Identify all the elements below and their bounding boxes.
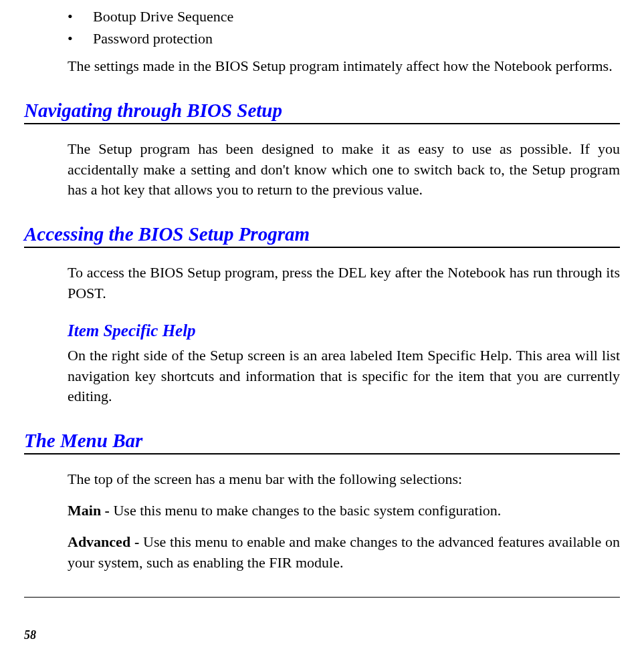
bullet-list: Bootup Drive Sequence Password protectio… (68, 5, 620, 49)
para-item-specific-help: On the right side of the Setup screen is… (68, 346, 620, 407)
intro-paragraph: The settings made in the BIOS Setup prog… (68, 56, 620, 77)
menu-item-advanced: Advanced - Use this menu to enable and m… (68, 532, 620, 573)
bullet-item-password: Password protection (68, 27, 620, 49)
menu-item-main-label: Main - (68, 502, 113, 519)
heading-accessing: Accessing the BIOS Setup Program (24, 223, 620, 245)
rule-accessing (24, 247, 620, 248)
heading-menu-bar: The Menu Bar (24, 430, 620, 452)
menu-item-advanced-label: Advanced - (68, 533, 143, 550)
menu-item-main: Main - Use this menu to make changes to … (68, 501, 620, 521)
para-menu-bar-intro: The top of the screen has a menu bar wit… (68, 469, 620, 490)
para-navigating: The Setup program has been designed to m… (68, 139, 620, 201)
subheading-item-specific-help: Item Specific Help (68, 321, 620, 340)
menu-item-main-text: Use this menu to make changes to the bas… (113, 502, 501, 519)
rule-menu-bar (24, 453, 620, 455)
heading-navigating: Navigating through BIOS Setup (24, 100, 620, 122)
para-accessing: To access the BIOS Setup program, press … (68, 263, 620, 304)
footer-rule (24, 597, 620, 598)
menu-item-advanced-text: Use this menu to enable and make changes… (68, 533, 620, 571)
rule-navigating (24, 123, 620, 124)
bullet-item-bootup: Bootup Drive Sequence (68, 5, 620, 27)
page-number: 58 (24, 628, 36, 642)
